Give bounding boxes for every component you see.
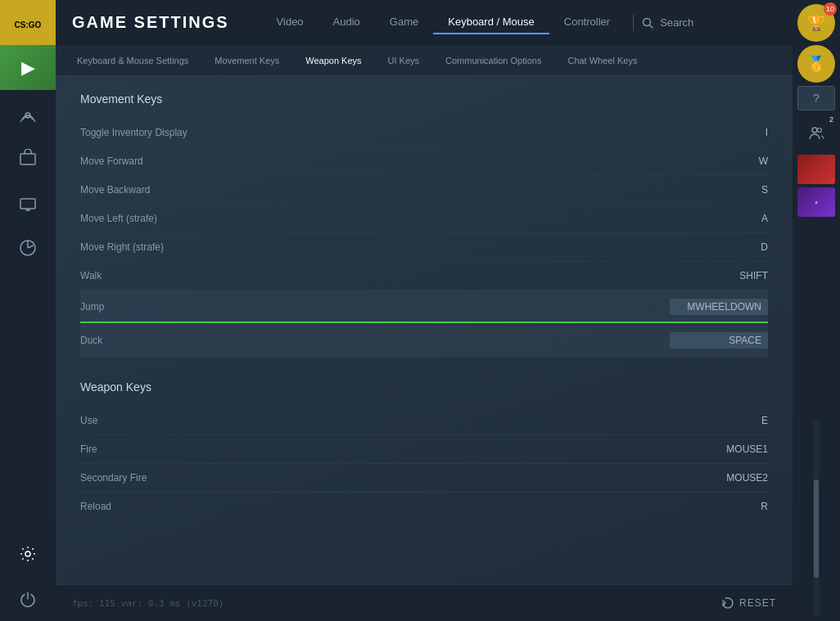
svg-text:CS:GO: CS:GO — [15, 20, 42, 29]
key-value-move-backward: S — [670, 184, 768, 196]
search-icon — [642, 17, 653, 29]
user-count: 2 — [829, 115, 833, 124]
sidebar-item-inventory[interactable] — [0, 135, 56, 180]
sidebar-item-tv[interactable] — [0, 180, 56, 225]
sidebar: CS:GO ▶ — [0, 0, 56, 621]
right-panel: 🏆 10 🥇 ? 2 ♦ — [793, 0, 840, 621]
reset-button[interactable]: RESET — [721, 596, 776, 610]
sub-tabs: Keyboard & Mouse Settings Movement Keys … — [56, 45, 793, 76]
key-label-move-right: Move Right (strafe) — [80, 241, 164, 253]
search-label: Search — [660, 16, 693, 29]
sub-tab-movement-keys[interactable]: Movement Keys — [201, 49, 292, 72]
sub-tab-ui-keys[interactable]: UI Keys — [375, 49, 433, 72]
sidebar-item-broadcast[interactable] — [0, 90, 56, 135]
key-row-toggle-inventory[interactable]: Toggle Inventory Display I — [80, 119, 768, 147]
avatar-icon: 🏆 — [807, 14, 825, 32]
tab-keyboard-mouse[interactable]: Keyboard / Mouse — [433, 11, 549, 34]
sidebar-item-power[interactable] — [0, 576, 56, 621]
key-row-secondary-fire[interactable]: Secondary Fire MOUSE2 — [80, 464, 768, 493]
key-row-fire[interactable]: Fire MOUSE1 — [80, 435, 768, 464]
svg-line-10 — [650, 25, 653, 28]
key-label-fire: Fire — [80, 443, 97, 455]
key-row-move-right[interactable]: Move Right (strafe) D — [80, 233, 768, 262]
settings-content: Movement Keys Toggle Inventory Display I… — [56, 76, 793, 584]
key-row-reload[interactable]: Reload R — [80, 493, 768, 520]
page-title: GAME SETTINGS — [72, 13, 229, 32]
card-red[interactable] — [797, 155, 835, 184]
key-value-use: E — [670, 415, 768, 426]
medal-badge[interactable]: 🥇 — [797, 45, 835, 83]
green-bar-indicator — [80, 322, 768, 323]
key-row-move-backward[interactable]: Move Backward S — [80, 176, 768, 205]
notification-badge: 10 — [824, 2, 837, 16]
tab-audio[interactable]: Audio — [318, 11, 375, 34]
reset-icon — [721, 596, 734, 610]
people-icon — [808, 124, 824, 141]
csgo-logo[interactable]: CS:GO — [0, 0, 56, 45]
key-row-walk[interactable]: Walk SHIFT — [80, 262, 768, 290]
key-label-walk: Walk — [80, 270, 102, 281]
key-label-move-backward: Move Backward — [80, 184, 150, 196]
svg-point-12 — [818, 128, 822, 133]
user-count-icon[interactable]: 2 — [797, 114, 835, 151]
key-row-move-left[interactable]: Move Left (strafe) A — [80, 205, 768, 233]
key-label-use: Use — [80, 415, 97, 426]
nav-divider — [633, 15, 634, 31]
user-avatar[interactable]: 🏆 10 — [797, 4, 835, 42]
key-row-use[interactable]: Use E — [80, 407, 768, 435]
key-label-toggle-inventory: Toggle Inventory Display — [80, 127, 187, 138]
card-purple[interactable]: ♦ — [797, 187, 835, 217]
key-value-secondary-fire: MOUSE2 — [670, 472, 768, 484]
svg-rect-4 — [20, 199, 35, 209]
key-value-walk: SHIFT — [670, 270, 768, 281]
question-icon: ? — [813, 92, 820, 105]
sub-tab-communication-options[interactable]: Communication Options — [432, 49, 554, 72]
reset-label: RESET — [739, 597, 776, 609]
svg-point-8 — [25, 551, 30, 556]
key-row-duck[interactable]: Duck SPACE — [80, 324, 768, 358]
key-value-jump: MWHEELDOWN — [670, 299, 768, 315]
play-button[interactable]: ▶ — [0, 45, 56, 90]
status-text: fps: 115 var: 0.3 ms (v1270) — [72, 598, 224, 609]
header: GAME SETTINGS Video Audio Game Keyboard … — [56, 0, 793, 45]
key-label-secondary-fire: Secondary Fire — [80, 472, 147, 484]
key-value-toggle-inventory: I — [670, 127, 768, 138]
key-label-duck: Duck — [80, 335, 102, 346]
search-button[interactable]: Search — [642, 16, 693, 29]
medal-icon: 🥇 — [807, 55, 825, 73]
main-content: GAME SETTINGS Video Audio Game Keyboard … — [56, 0, 793, 621]
key-label-reload: Reload — [80, 501, 111, 512]
nav-tabs: Video Audio Game Keyboard / Mouse Contro… — [262, 11, 776, 34]
key-value-move-right: D — [670, 241, 768, 253]
tab-video[interactable]: Video — [262, 11, 318, 34]
movement-keys-section-title: Movement Keys — [80, 92, 768, 109]
sub-tab-chat-wheel-keys[interactable]: Chat Wheel Keys — [554, 49, 650, 72]
tab-game[interactable]: Game — [375, 11, 433, 34]
key-label-jump: Jump — [80, 301, 104, 313]
footer: fps: 115 var: 0.3 ms (v1270) RESET — [56, 584, 793, 621]
svg-rect-3 — [20, 154, 35, 164]
key-value-fire: MOUSE1 — [670, 443, 768, 455]
sub-tab-weapon-keys[interactable]: Weapon Keys — [292, 49, 374, 72]
weapon-keys-section-title: Weapon Keys — [80, 380, 768, 397]
sidebar-item-stats[interactable] — [0, 225, 56, 270]
key-value-reload: R — [670, 501, 768, 512]
key-row-move-forward[interactable]: Move Forward W — [80, 147, 768, 176]
key-row-jump[interactable]: Jump MWHEELDOWN — [80, 290, 768, 324]
help-button[interactable]: ? — [797, 86, 835, 110]
key-value-duck: SPACE — [670, 332, 768, 349]
sub-tab-keyboard-mouse-settings[interactable]: Keyboard & Mouse Settings — [64, 49, 201, 72]
key-value-move-forward: W — [670, 155, 768, 167]
key-label-move-forward: Move Forward — [80, 155, 143, 167]
scrollbar-thumb[interactable] — [814, 479, 819, 578]
sidebar-item-settings[interactable] — [0, 531, 56, 576]
tab-controller[interactable]: Controller — [549, 11, 625, 34]
scrollbar[interactable] — [813, 421, 820, 618]
key-label-move-left: Move Left (strafe) — [80, 213, 157, 224]
svg-point-11 — [812, 128, 817, 133]
card-purple-text: ♦ — [813, 197, 820, 208]
key-value-move-left: A — [670, 213, 768, 224]
